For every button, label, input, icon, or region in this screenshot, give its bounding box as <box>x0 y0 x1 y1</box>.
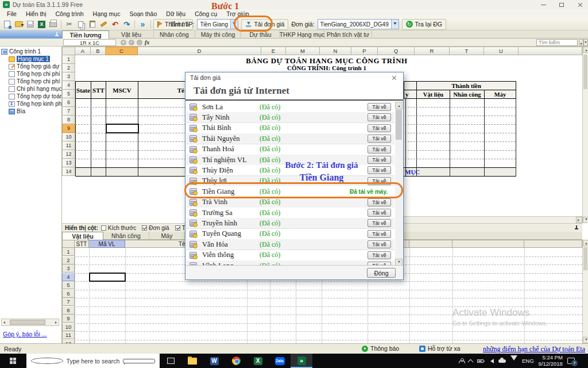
tree-item-tong-hop-gia-du-tha[interactable]: Tổng hợp giá dự thầ <box>0 63 61 70</box>
download-row-button[interactable]: Tải về <box>368 230 391 238</box>
resource-row-header-3[interactable]: 3 <box>62 264 75 273</box>
pin-icon[interactable] <box>55 32 59 37</box>
selected-cell[interactable] <box>106 124 139 133</box>
tab-vat-lieu[interactable]: Vật liệu <box>109 30 154 39</box>
eta-app-icon[interactable]: » <box>291 354 312 368</box>
row-header-13[interactable]: 13 <box>62 159 75 167</box>
cancel-entry-icon[interactable]: ✕ <box>121 40 126 45</box>
row-header-10[interactable]: 10 <box>62 133 75 141</box>
resource-row-header-10[interactable]: 10 <box>62 323 75 331</box>
column-header-filler[interactable] <box>519 47 582 55</box>
tab-thkp-hang-muc[interactable]: THKP Hạng mục <box>280 30 324 39</box>
tree-item-tong-hop-kinh-phi[interactable]: Tổng hợp kinh phí <box>0 100 61 108</box>
maximize-button[interactable] <box>552 0 571 9</box>
pin-icon[interactable] <box>574 225 579 230</box>
toolbar-format-brush-button[interactable] <box>98 19 109 30</box>
download-row-button[interactable]: Tải về <box>368 219 391 227</box>
row-header-4[interactable]: 4 <box>62 81 75 90</box>
resource-row-header-9[interactable]: 9 <box>62 315 75 323</box>
toolbar-redo-button[interactable] <box>121 19 132 30</box>
resource-grid-vertical-scrollbar[interactable] <box>582 240 588 343</box>
zalo-icon[interactable]: Zalo <box>269 354 291 368</box>
menu-file[interactable]: File <box>2 9 21 18</box>
toolbar-save-button[interactable] <box>25 19 36 30</box>
download-row-button[interactable]: Tải về <box>368 251 391 259</box>
language-indicator[interactable]: ENG <box>522 358 534 364</box>
limitations-link[interactable]: những điểm hạn chế của Dự toán Eta <box>483 345 585 354</box>
row-header-6[interactable]: 6 <box>62 98 75 107</box>
row-header-1[interactable]: 1 <box>62 55 75 64</box>
column-header-p[interactable]: P <box>351 47 378 55</box>
toolbar-cut-button[interactable] <box>64 19 75 30</box>
fx-icon[interactable]: fx <box>145 39 149 45</box>
notification-status[interactable]: Thông báo <box>362 345 399 352</box>
unit-price-select[interactable]: TienGiang_2006XD_DG49 <box>318 19 399 29</box>
column-header-r[interactable]: R <box>415 47 450 55</box>
province-select[interactable]: Tiền Giang <box>197 19 238 29</box>
cell-reference-box[interactable]: 1R x 1C <box>63 39 116 46</box>
download-row-button[interactable]: Tải về <box>368 145 391 154</box>
microphone-icon[interactable] <box>123 359 155 363</box>
resource-row-header-1[interactable]: 1 <box>62 248 75 256</box>
search-input[interactable]: Tìm kiếm <box>536 39 578 46</box>
column-header-t[interactable]: T <box>450 47 484 55</box>
toolbar-new-document-button[interactable] <box>2 19 13 30</box>
file-explorer-icon[interactable] <box>181 354 203 368</box>
show-hidden-icons[interactable] <box>469 358 473 364</box>
toolbar-copy-button[interactable] <box>75 19 86 30</box>
header-stt[interactable]: STT <box>75 240 89 248</box>
toolbar-print-preview-button[interactable] <box>48 19 59 30</box>
tab-nhan-cong[interactable]: Nhân công <box>154 30 195 39</box>
row-header-3[interactable]: 3 <box>62 72 75 81</box>
download-row-button[interactable]: Tải về <box>368 124 391 132</box>
wifi-icon[interactable] <box>510 356 517 365</box>
toolbar-paste-button[interactable] <box>87 19 98 30</box>
resource-tab-nhan-cong[interactable]: Nhân công <box>103 232 149 240</box>
column-header-b[interactable]: B <box>91 47 106 55</box>
resource-row-header-5[interactable]: 5 <box>62 281 75 289</box>
column-header-e[interactable]: E <box>261 47 286 55</box>
tab-du-thau[interactable]: Dự thầu <box>241 30 280 39</box>
row-header-5[interactable]: 5 <box>62 90 75 98</box>
download-row-button[interactable]: Tải về <box>368 135 391 143</box>
download-row-button[interactable]: Tải về <box>368 240 391 248</box>
resource-row-header-4[interactable]: 4 <box>62 273 75 281</box>
toolbar-undo-button[interactable] <box>110 19 121 30</box>
tree-item-cong-trinh-1[interactable]: Công trình 1 <box>0 48 61 55</box>
row-header-14[interactable]: 14 <box>62 167 75 176</box>
lookup-unit-price-button[interactable]: Tra lại ĐG <box>402 19 446 30</box>
tree-item-tong-hop-chi-phi-thi[interactable]: Tổng hợp chi phí thi <box>0 78 61 85</box>
chrome-icon[interactable] <box>225 354 247 368</box>
battery-icon[interactable] <box>477 359 483 363</box>
toolbar-run-button[interactable] <box>137 19 148 30</box>
select-all-corner[interactable] <box>62 47 75 55</box>
column-header-m[interactable]: M <box>286 47 320 55</box>
action-center-icon[interactable]: 7 <box>567 358 575 364</box>
header-ma-vl[interactable]: Mã VL <box>89 240 125 248</box>
resource-grid-corner[interactable] <box>62 240 75 248</box>
onedrive-icon[interactable] <box>498 359 506 363</box>
start-button[interactable] <box>0 354 26 368</box>
column-header-d[interactable]: D <box>138 47 261 55</box>
close-button[interactable] <box>571 0 588 9</box>
sidebar-horizontal-scrollbar[interactable] <box>1 319 59 326</box>
column-header-n[interactable]: N <box>320 47 351 55</box>
sheet-vertical-scrollbar[interactable] <box>582 47 588 223</box>
resource-row-header-6[interactable]: 6 <box>62 290 75 298</box>
tree-item-chi-phi-hang-muc-ch[interactable]: Chi phí hạng mục ch <box>0 85 61 93</box>
tree-item-hang-muc-1[interactable]: Hạng mục 1 <box>0 55 61 63</box>
row-header-7[interactable]: 7 <box>62 107 75 116</box>
resource-row-header-11[interactable]: 11 <box>62 331 75 339</box>
excel-icon[interactable]: X <box>247 354 269 368</box>
confirm-entry-icon[interactable]: ✓ <box>129 40 134 45</box>
column-header-c[interactable]: C <box>106 47 138 55</box>
download-row-button[interactable]: Tải về <box>368 103 391 111</box>
tab-tien-luong[interactable]: Tiền lương <box>62 30 109 39</box>
resource-row-header-2[interactable]: 2 <box>62 256 75 264</box>
search-up-button[interactable] <box>579 39 583 46</box>
people-icon[interactable] <box>459 358 464 363</box>
row-header-8[interactable]: 8 <box>62 116 75 124</box>
taskbar-search[interactable]: Type here to search <box>26 354 160 368</box>
column-header-a[interactable]: A <box>75 47 91 55</box>
word-icon[interactable]: W <box>203 354 225 368</box>
